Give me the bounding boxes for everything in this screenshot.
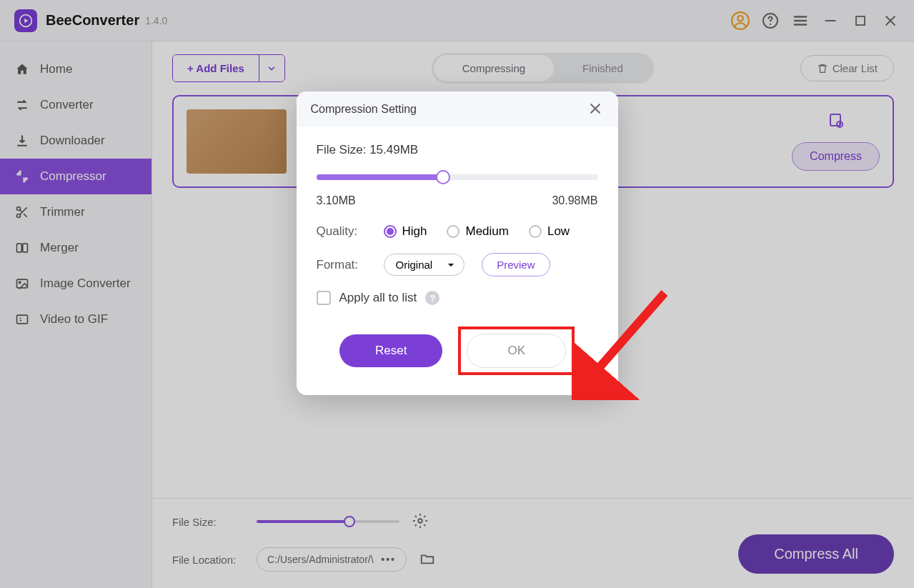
ok-button[interactable]: OK [467, 334, 566, 368]
modal-min-size: 3.10MB [317, 194, 356, 207]
modal-close-icon[interactable] [588, 101, 604, 117]
compression-setting-modal: Compression Setting File Size: 15.49MB 3… [297, 91, 618, 395]
modal-file-size-label: File Size: 15.49MB [317, 143, 598, 157]
preview-button[interactable]: Preview [482, 253, 550, 276]
quality-medium-radio[interactable]: Medium [447, 224, 508, 239]
format-label: Format: [317, 258, 367, 272]
modal-max-size: 30.98MB [552, 194, 597, 207]
format-value: Original [396, 259, 433, 271]
modal-title: Compression Setting [311, 103, 417, 116]
apply-all-label: Apply all to list [339, 291, 417, 305]
ok-highlight-annotation: OK [458, 327, 575, 375]
reset-button[interactable]: Reset [339, 334, 442, 367]
radio-icon [384, 225, 397, 238]
apply-all-checkbox[interactable] [317, 291, 331, 305]
apply-all-help-icon[interactable]: ? [425, 291, 439, 305]
quality-high-radio[interactable]: High [384, 224, 427, 239]
radio-icon [529, 225, 542, 238]
quality-label: Quality: [317, 224, 367, 239]
modal-file-size-slider[interactable] [317, 170, 598, 184]
quality-low-radio[interactable]: Low [529, 224, 570, 239]
format-select[interactable]: Original [384, 254, 465, 276]
chevron-down-icon [447, 261, 455, 269]
modal-overlay: Compression Setting File Size: 15.49MB 3… [0, 0, 914, 588]
quality-radio-group: High Medium Low [384, 224, 570, 239]
radio-icon [447, 225, 460, 238]
